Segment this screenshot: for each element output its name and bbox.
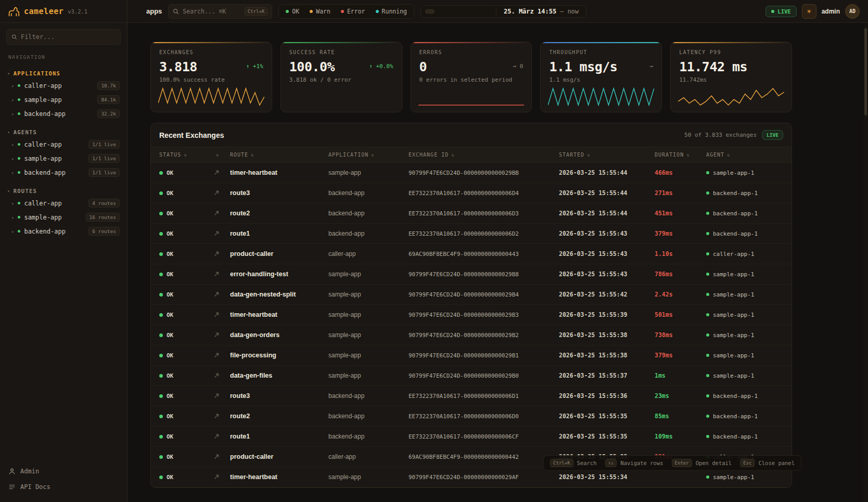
application-name: backend-app <box>328 427 406 446</box>
stat-card[interactable]: SUCCESS RATE 100.0% ↑ +0.0% 3.818 ok / 0… <box>280 42 402 112</box>
table-row[interactable]: OK route2 backend-app EE7322370A10617-00… <box>151 406 792 427</box>
agent-cell: sample-app-1 <box>706 305 783 325</box>
sidebar-item[interactable]: ▸ sample-app 1/1 live <box>0 151 127 165</box>
time-range-button[interactable] <box>459 9 469 14</box>
exchange-id: EE7322370A10617-00000000000006D0 <box>409 407 557 426</box>
status-dot-icon <box>18 171 20 174</box>
table-row[interactable]: OK product-caller caller-app 69AC90BF8EB… <box>151 244 792 264</box>
sidebar-section-header[interactable]: ▾ ROUTES <box>0 186 127 196</box>
stat-delta: ↑ +1% <box>246 59 263 70</box>
route-icon-cell <box>213 468 228 486</box>
table-row[interactable]: OK route3 backend-app EE7322370A10617-00… <box>151 386 792 406</box>
application-name: backend-app <box>328 386 406 406</box>
status-label: OK <box>167 413 173 420</box>
sidebar-item[interactable]: ▸ caller-app 10.7k <box>0 79 127 93</box>
sidebar-item-admin[interactable]: Admin <box>0 464 127 479</box>
sidebar-item[interactable]: ▸ caller-app 1/1 live <box>0 137 127 151</box>
keyboard-hint: Enter Open detail <box>672 459 732 467</box>
column-header[interactable]: APPLICATION ⇅ <box>328 147 406 162</box>
date-range[interactable]: 25. März 14:55 — now <box>501 8 582 15</box>
avatar[interactable]: AD <box>845 4 860 19</box>
exchange-id: 90799F47E6CD24D-00000000000029B0 <box>409 366 557 385</box>
user-name: admin <box>822 8 840 15</box>
status-filter-chip[interactable]: Error <box>336 6 371 17</box>
sidebar-item-api-docs[interactable]: API Docs <box>0 479 127 495</box>
stat-card[interactable]: LATENCY P99 11.742 ms 11.742ms <box>670 42 792 112</box>
footer-item-label: Admin <box>20 468 39 475</box>
duration-value: 466ms <box>655 163 704 183</box>
time-range-button[interactable] <box>425 9 435 14</box>
column-header[interactable]: EXCHANGE ID ⇅ <box>409 147 557 162</box>
time-range-button[interactable] <box>482 9 492 14</box>
duration-value: 379ms <box>655 224 704 243</box>
sidebar-item[interactable]: ▸ backend-app 6 routes <box>0 224 127 238</box>
column-header[interactable]: AGENT ⇅ <box>706 147 783 162</box>
sidebar-item[interactable]: ▸ sample-app 84.1k <box>0 93 127 107</box>
status-filter-chip[interactable]: Running <box>371 6 412 17</box>
live-badge[interactable]: LIVE <box>765 6 796 17</box>
agent-name: backend-app-1 <box>713 190 758 197</box>
search-icon <box>173 8 179 15</box>
column-header[interactable]: STARTED ⇅ <box>559 147 653 162</box>
stat-subtext: 11.742ms <box>679 76 783 83</box>
ok-dot-icon <box>159 252 163 256</box>
status-filter-chip[interactable]: Warn <box>304 6 336 17</box>
stat-card[interactable]: EXCHANGES 3.818 ↑ +1% 100.0% success rat… <box>150 42 272 112</box>
column-header[interactable]: DURATION ⇅ <box>655 147 704 162</box>
route-name: route3 <box>230 386 326 406</box>
table-row[interactable]: OK route1 backend-app EE7322370A10617-00… <box>151 427 792 447</box>
started-timestamp: 2026-03-25 15:55:44 <box>559 163 653 183</box>
sidebar-item[interactable]: ▸ backend-app 1/1 live <box>0 165 127 179</box>
keyboard-hint: Esc Close panel <box>740 459 795 467</box>
column-header[interactable]: STATUS ⇅ <box>159 147 211 162</box>
table-row[interactable]: OK timer-heartbeat sample-app 90799F47E6… <box>151 163 792 183</box>
user-icon <box>8 468 16 475</box>
table-body: OK timer-heartbeat sample-app 90799F47E6… <box>151 163 792 487</box>
column-header[interactable]: ⇅ <box>213 148 228 162</box>
main-content: EXCHANGES 3.818 ↑ +1% 100.0% success rat… <box>127 23 868 502</box>
sidebar-item-badge: 16 routes <box>86 213 120 222</box>
status-dot-icon <box>18 202 20 204</box>
chevron-right-icon: ▸ <box>11 201 14 206</box>
sidebar-section-header[interactable]: ▾ AGENTS <box>0 127 127 137</box>
logo-row[interactable]: cameleer v3.2.1 <box>0 0 127 23</box>
sidebar-item[interactable]: ▸ backend-app 32.2k <box>0 107 127 121</box>
table-row[interactable]: OK data-gen-nested-split sample-app 9079… <box>151 285 792 305</box>
time-range-button[interactable] <box>448 9 457 14</box>
global-search[interactable]: Ctrl+K <box>168 4 272 19</box>
table-row[interactable]: OK data-gen-files sample-app 90799F47E6C… <box>151 366 792 386</box>
scrollbar-thumb[interactable] <box>864 28 867 115</box>
caret-down-icon: ▾ <box>7 130 10 135</box>
table-row[interactable]: OK route2 backend-app EE7322370A10617-00… <box>151 203 792 224</box>
application-name: caller-app <box>328 447 406 467</box>
table-row[interactable]: OK error-handling-test sample-app 90799F… <box>151 264 792 285</box>
table-row[interactable]: OK timer-heartbeat sample-app 90799F47E6… <box>151 305 792 325</box>
sidebar-item-badge: 1/1 live <box>88 154 120 163</box>
stat-card[interactable]: THROUGHPUT 1.1 msg/s → 1.1 msg/s <box>540 42 662 112</box>
column-header[interactable]: ROUTE ⇅ <box>230 147 326 162</box>
sidebar-section-header[interactable]: ▾ APPLICATIONS <box>0 68 127 79</box>
application-name: sample-app <box>328 345 406 365</box>
time-range-button[interactable] <box>471 9 480 14</box>
ok-dot-icon <box>159 475 163 479</box>
sidebar-section-title: APPLICATIONS <box>14 70 60 76</box>
status-filter-chip[interactable]: OK <box>280 6 304 17</box>
search-input[interactable] <box>183 8 240 15</box>
sidebar-filter[interactable] <box>6 29 121 45</box>
date-separator: — <box>560 8 564 15</box>
theme-toggle-button[interactable]: ☀ <box>802 4 816 19</box>
application-name: backend-app <box>328 183 406 203</box>
filter-input[interactable] <box>21 33 116 41</box>
time-range-button[interactable] <box>437 9 446 14</box>
sidebar-item[interactable]: ▸ caller-app 4 routes <box>0 196 127 210</box>
table-row[interactable]: OK route3 backend-app EE7322370A10617-00… <box>151 183 792 203</box>
table-row[interactable]: OK file-processing sample-app 90799F47E6… <box>151 345 792 366</box>
sidebar-item[interactable]: ▸ sample-app 16 routes <box>0 210 127 224</box>
agent-cell: sample-app-1 <box>706 163 783 183</box>
route-icon <box>213 190 220 196</box>
table-row[interactable]: OK route1 backend-app EE7322370A10617-00… <box>151 224 792 244</box>
stat-card[interactable]: ERRORS 0 → 0 0 errors in selected period <box>411 42 532 112</box>
scrollbar[interactable] <box>863 23 868 502</box>
table-row[interactable]: OK data-gen-orders sample-app 90799F47E6… <box>151 325 792 345</box>
table-live-badge: LIVE <box>762 130 783 140</box>
